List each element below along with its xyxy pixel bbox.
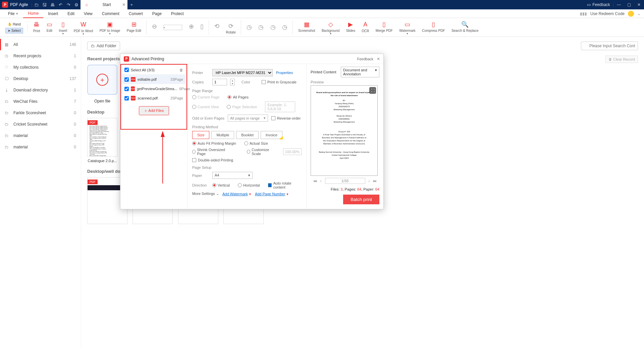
file-row[interactable]: PDF scanned.pdf25Page <box>122 93 186 103</box>
autofit-radio[interactable]: Auto Fit Printing Margin <box>192 141 236 145</box>
minimize-icon[interactable]: — <box>614 0 624 9</box>
file-row[interactable]: PDF getPreviewGradeStrea...6Page <box>122 84 186 93</box>
redeem-link[interactable]: Use Redeem Code <box>590 11 625 16</box>
clock4-button[interactable]: ◷ <box>279 18 290 37</box>
background-button[interactable]: ◇Background▼ <box>319 18 342 37</box>
current-page-radio[interactable]: Current Page <box>192 95 219 99</box>
page-selection-radio[interactable]: Page Selection <box>227 105 257 109</box>
slides-button[interactable]: ▶Slides <box>343 17 358 36</box>
screenshot-button[interactable]: ▦Screenshot <box>296 17 318 36</box>
open-file-tile[interactable]: ＋ Open file <box>87 65 117 103</box>
merge-pdf-button[interactable]: ▯Merge PDF <box>373 17 395 36</box>
feedback-link[interactable]: Feedback <box>592 2 610 7</box>
insert-button[interactable]: ▯Insert▼ <box>56 18 70 37</box>
close-window-icon[interactable]: ✕ <box>634 0 644 9</box>
zoom-select[interactable]: ▾ <box>161 18 185 37</box>
last-page-icon[interactable]: ⏭ <box>373 179 377 183</box>
sidebar-item-material2[interactable]: 🗀material0 <box>0 141 81 153</box>
search-replace-button[interactable]: 🔍Search & Replace <box>449 17 481 36</box>
hand-tool[interactable]: ✋ Hand <box>5 21 23 27</box>
size-button[interactable]: Size <box>192 131 209 139</box>
avatar[interactable] <box>628 11 634 17</box>
vertical-radio[interactable]: Vertical <box>212 183 230 187</box>
rotate-left-button[interactable]: ⟲ <box>212 17 222 36</box>
close-tab-icon[interactable]: ✕ <box>122 2 125 7</box>
search-input[interactable] <box>581 42 638 50</box>
add-folder-button[interactable]: 🗀 Add Folder <box>87 42 120 50</box>
ocr-button[interactable]: AOCR <box>359 17 372 36</box>
file-row[interactable]: PDF editable.pdf33Page <box>122 75 186 84</box>
menu-insert[interactable]: Insert <box>43 9 63 18</box>
prev-page-icon[interactable]: ‹ <box>320 179 322 183</box>
add-page-number-link[interactable]: Add Page Number <box>255 192 285 196</box>
maximize-icon[interactable]: ▢ <box>624 0 634 9</box>
select-all-checkbox[interactable] <box>124 68 129 72</box>
edit-button[interactable]: ▭Edit <box>44 17 55 36</box>
sidebar-item-recent[interactable]: ◷Recent projects1 <box>0 50 81 62</box>
compress-button[interactable]: ▯Compress PDF <box>419 17 447 36</box>
zoom-icon[interactable]: ⛶ <box>369 87 376 94</box>
print-icon[interactable]: 🖶 <box>48 0 56 9</box>
auto-rotate-checkbox[interactable]: Auto rotate content <box>268 181 302 189</box>
pdf-to-image-button[interactable]: ▣PDF to Image▼ <box>97 18 123 37</box>
double-sided-checkbox[interactable]: Double-sided Printing <box>192 158 233 162</box>
add-watermark-link[interactable]: Add Watermark <box>222 192 248 196</box>
close-dialog-icon[interactable]: ✕ <box>377 57 380 61</box>
all-pages-radio[interactable]: All Pages <box>227 95 248 99</box>
invoice-button[interactable]: Invoice <box>261 131 282 139</box>
undo-icon[interactable]: ↶ <box>56 0 64 9</box>
page-range-input[interactable]: Example: 1-5,6,8-10 <box>265 101 295 112</box>
print-button[interactable]: 🖶Print <box>31 17 43 36</box>
select-all-row[interactable]: Select All (3/3) 🗑 <box>122 65 186 75</box>
menu-edit[interactable]: Edit <box>63 9 79 18</box>
watermark-button[interactable]: ▭Watermark▼ <box>396 18 418 37</box>
reverse-order-checkbox[interactable]: Reverse-order <box>271 116 301 120</box>
trash-icon[interactable]: 🗑 <box>179 68 183 72</box>
next-page-icon[interactable]: › <box>369 179 370 183</box>
settings-icon[interactable]: ⚙ <box>72 0 80 9</box>
sidebar-item-wechat[interactable]: 🗀WeChat Files7 <box>0 96 81 107</box>
menu-protect[interactable]: Protect <box>166 9 189 18</box>
menu-home[interactable]: Home <box>23 9 43 18</box>
zoom-in-button[interactable]: ⊕ <box>186 17 197 36</box>
first-page-icon[interactable]: ⏮ <box>313 179 317 183</box>
zoom-out-button[interactable]: ⊖ <box>149 17 160 36</box>
copies-down[interactable]: ▼ <box>230 82 234 85</box>
sidebar-item-download[interactable]: ⭳Download directory1 <box>0 84 81 96</box>
properties-link[interactable]: Properties <box>276 71 293 75</box>
clock-button[interactable]: ◷ <box>244 18 255 37</box>
sidebar-item-farkle[interactable]: 🗀Farkle Scoresheet0 <box>0 107 81 119</box>
batch-print-button[interactable]: Batch print <box>343 195 379 204</box>
horizontal-radio[interactable]: Horizontal <box>238 183 260 187</box>
copies-up[interactable]: ▲ <box>230 79 234 82</box>
rotate-right-button[interactable]: ⟳Rotate <box>223 19 238 38</box>
odd-even-select[interactable]: All pages in range▾ <box>228 115 268 122</box>
printer-select[interactable]: HP LaserJet MFP M227-M231 PCL-6 <box>212 69 273 76</box>
menu-convert[interactable]: Convert <box>124 9 148 18</box>
pdf-to-word-button[interactable]: WPDF to Word▼ <box>71 19 96 38</box>
sidebar-item-all[interactable]: ▦All146 <box>0 39 81 50</box>
menu-view[interactable]: View <box>79 9 97 18</box>
sidebar-item-collections[interactable]: ♡My collections0 <box>0 62 81 73</box>
scale-input[interactable]: 100.00% <box>283 148 302 155</box>
save-icon[interactable]: 🖫 <box>40 0 48 9</box>
page-indicator[interactable]: 1/33 <box>325 178 365 184</box>
clock3-button[interactable]: ◷ <box>268 18 278 37</box>
custom-scale-radio[interactable]: Customize Scale <box>247 148 275 156</box>
paper-select[interactable]: A4▾ <box>212 172 253 179</box>
current-view-radio[interactable]: Current View <box>192 105 219 109</box>
more-settings-link[interactable]: More Settings ⌄ <box>192 192 219 196</box>
fit-page-button[interactable]: ▯ <box>198 17 206 36</box>
menu-file[interactable]: File▼ <box>3 9 23 18</box>
redo-icon[interactable]: ↷ <box>64 0 72 9</box>
multiple-button[interactable]: Multiple <box>211 131 234 139</box>
new-tab-icon[interactable]: ＋ <box>127 0 136 9</box>
sidebar-item-cricket[interactable]: 🗀Cricket Scoresheet0 <box>0 119 81 130</box>
select-tool[interactable]: ➤ Select <box>5 28 23 33</box>
menu-page[interactable]: Page <box>148 9 166 18</box>
grayscale-checkbox[interactable]: Print in Grayscale <box>262 80 297 84</box>
open-icon[interactable]: 🗀 <box>32 0 40 9</box>
booklet-button[interactable]: Booklet <box>236 131 259 139</box>
printed-content-select[interactable]: Document and Annotation▾ <box>341 67 379 77</box>
copies-input[interactable] <box>212 79 227 85</box>
